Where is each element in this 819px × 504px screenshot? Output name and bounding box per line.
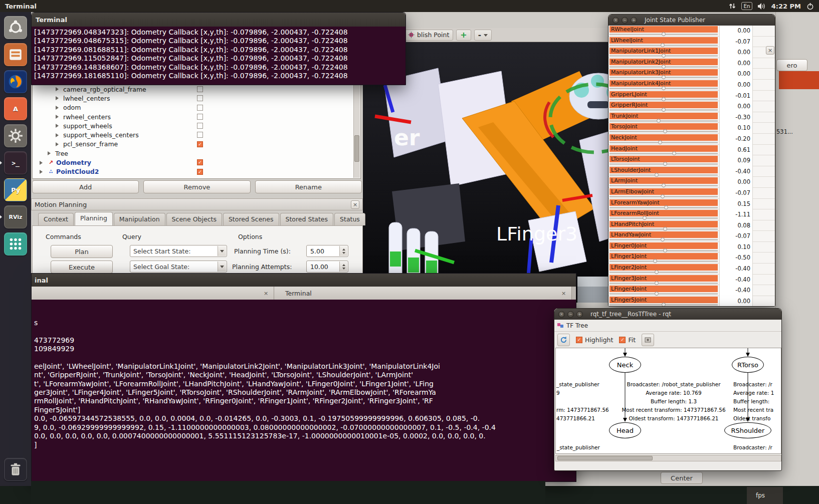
- slider-thumb-icon[interactable]: [663, 227, 667, 231]
- joint-slider[interactable]: [609, 45, 718, 46]
- tab-stored-states[interactable]: Stored States: [280, 213, 334, 225]
- joint-slider[interactable]: [609, 304, 718, 306]
- joint-slider[interactable]: [609, 120, 718, 122]
- slider-thumb-icon[interactable]: [664, 205, 668, 209]
- joint-slider[interactable]: [609, 272, 718, 273]
- expand-arrow-icon[interactable]: [48, 151, 53, 155]
- launcher-item-settings[interactable]: [4, 124, 27, 147]
- zero-button-fragment[interactable]: ero: [776, 59, 807, 71]
- displays-tree-item[interactable]: ∴PointCloud2✓: [33, 167, 353, 176]
- tf-tree-dock-header[interactable]: TF Tree: [554, 320, 781, 332]
- slider-thumb-icon[interactable]: [662, 183, 666, 187]
- refresh-button[interactable]: [557, 334, 570, 346]
- close-icon[interactable]: ×: [262, 290, 270, 297]
- display-enabled-checkbox[interactable]: [197, 95, 203, 101]
- chevron-down-icon[interactable]: [218, 262, 226, 272]
- displays-tree-item[interactable]: lwheel_centers: [33, 94, 353, 103]
- goal-state-select[interactable]: Select Goal State:: [130, 261, 227, 273]
- displays-tree-item[interactable]: camera_rgb_optical_frame: [33, 85, 353, 94]
- joint-slider[interactable]: [609, 261, 718, 262]
- display-enabled-checkbox[interactable]: [197, 123, 203, 129]
- terminal-titlebar[interactable]: Terminal: [32, 13, 405, 27]
- remove-tool-button[interactable]: -: [474, 30, 492, 41]
- joint-slider[interactable]: [609, 228, 718, 230]
- expand-arrow-icon[interactable]: [56, 133, 61, 137]
- joint-slider[interactable]: [609, 34, 718, 35]
- horizontal-scrollbar[interactable]: [555, 455, 781, 461]
- terminal-output[interactable]: s 473772969109849929 eelJoint', 'LWheelJ…: [32, 300, 576, 481]
- tab-manipulation[interactable]: Manipulation: [114, 213, 165, 225]
- slider-thumb-icon[interactable]: [655, 270, 659, 274]
- slider-thumb-icon[interactable]: [662, 65, 666, 69]
- fit-checkbox[interactable]: ✓ Fit: [619, 336, 636, 344]
- expand-arrow-icon[interactable]: [40, 161, 45, 165]
- rename-display-button[interactable]: Rename: [255, 180, 362, 193]
- expand-arrow-icon[interactable]: [40, 170, 45, 174]
- joint-slider[interactable]: [609, 207, 718, 208]
- slider-thumb-icon[interactable]: [655, 173, 659, 177]
- window-buttons[interactable]: × − +: [558, 311, 585, 318]
- displays-tree-item[interactable]: support_wheels_centers: [33, 130, 353, 139]
- checkbox-checked-icon[interactable]: ✓: [576, 337, 582, 343]
- network-arrows-icon[interactable]: [729, 3, 736, 10]
- joint-slider[interactable]: [609, 131, 718, 132]
- slider-thumb-icon[interactable]: [661, 194, 665, 198]
- maximize-icon[interactable]: +: [631, 17, 637, 24]
- displays-tree-item[interactable]: pcl_sensor_frame✓: [33, 140, 353, 149]
- slider-thumb-icon[interactable]: [663, 248, 667, 253]
- tab-stored-scenes[interactable]: Stored Scenes: [223, 213, 279, 225]
- center-button[interactable]: Center: [661, 472, 703, 484]
- launcher-item-terminal[interactable]: >_: [4, 151, 27, 174]
- displays-tree-item[interactable]: ↗Odometry✓: [33, 158, 353, 167]
- expand-arrow-icon[interactable]: [56, 142, 61, 146]
- slider-thumb-icon[interactable]: [661, 237, 665, 241]
- joint-slider[interactable]: [609, 142, 718, 143]
- slider-thumb-icon[interactable]: [662, 54, 666, 58]
- joint-slider[interactable]: [609, 217, 718, 219]
- tab-scene-objects[interactable]: Scene Objects: [166, 213, 222, 225]
- display-enabled-checkbox[interactable]: [197, 105, 203, 111]
- joint-slider[interactable]: [609, 250, 718, 251]
- close-icon[interactable]: ×: [351, 200, 359, 209]
- launcher-item-firefox[interactable]: [4, 70, 27, 93]
- window-buttons[interactable]: × − +: [612, 17, 640, 24]
- close-icon[interactable]: ×: [612, 17, 619, 24]
- save-image-button[interactable]: [642, 334, 654, 346]
- display-enabled-checkbox[interactable]: [197, 132, 203, 138]
- slider-thumb-icon[interactable]: [662, 32, 666, 36]
- close-icon[interactable]: ×: [560, 290, 567, 297]
- slider-thumb-icon[interactable]: [662, 75, 666, 79]
- spinner-arrows-icon[interactable]: [339, 262, 347, 272]
- spinner-arrows-icon[interactable]: [339, 246, 347, 256]
- launcher-item-dash[interactable]: [4, 16, 27, 39]
- joint-slider[interactable]: [609, 293, 718, 295]
- minimize-icon[interactable]: −: [622, 17, 628, 24]
- remove-display-button[interactable]: Remove: [143, 180, 250, 193]
- slider-thumb-icon[interactable]: [663, 162, 667, 166]
- add-tool-button[interactable]: +: [456, 30, 471, 41]
- launcher-item-trash[interactable]: [4, 458, 27, 481]
- expand-arrow-icon[interactable]: [56, 106, 61, 110]
- joint-slider[interactable]: [609, 239, 718, 240]
- slider-thumb-icon[interactable]: [662, 86, 666, 90]
- terminal-tab-2[interactable]: Terminal ×: [274, 287, 572, 300]
- tab-status[interactable]: Status: [334, 213, 365, 225]
- clock[interactable]: 4:22 PM: [771, 3, 801, 10]
- close-icon[interactable]: ×: [558, 311, 565, 318]
- slider-thumb-icon[interactable]: [662, 97, 666, 101]
- slider-thumb-icon[interactable]: [662, 108, 666, 112]
- power-icon[interactable]: [806, 3, 814, 10]
- volume-icon[interactable]: [758, 3, 766, 10]
- launcher-item-python[interactable]: Py: [4, 178, 27, 201]
- slider-thumb-icon[interactable]: [653, 259, 657, 263]
- execute-button[interactable]: Execute: [51, 261, 113, 274]
- slider-thumb-icon[interactable]: [655, 292, 659, 296]
- highlight-checkbox[interactable]: ✓ Highlight: [576, 336, 613, 344]
- displays-tree-item[interactable]: support_wheels: [33, 121, 353, 130]
- expand-arrow-icon[interactable]: [56, 124, 61, 128]
- keyboard-layout-indicator[interactable]: En: [741, 2, 752, 10]
- tf-tree-canvas[interactable]: Neck RTorso Head RShoulder _state_publis…: [555, 348, 781, 454]
- close-icon[interactable]: ×: [766, 46, 774, 55]
- joint-slider[interactable]: [609, 77, 718, 78]
- joint-slider[interactable]: [609, 55, 718, 57]
